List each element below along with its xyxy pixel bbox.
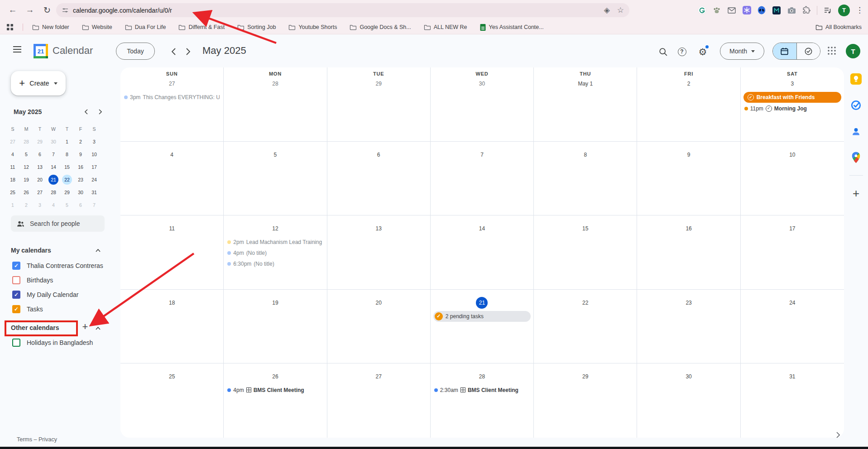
search-icon[interactable] (657, 46, 668, 57)
mini-cal-day[interactable]: 16 (74, 161, 87, 173)
date-number[interactable]: 29 (373, 78, 384, 90)
mini-cal-day[interactable]: 18 (6, 173, 19, 186)
google-apps-icon[interactable] (827, 46, 836, 57)
calendar-list-item[interactable]: ✓My Daily Calendar (0, 287, 120, 302)
day-cell[interactable]: 11 (120, 215, 224, 290)
calendar-list-item[interactable]: ✓Thalia Contreras Contreras (0, 258, 120, 273)
date-number[interactable]: 30 (683, 371, 695, 382)
date-number[interactable]: 3 (786, 78, 798, 90)
bookmark-item[interactable]: New folder (32, 24, 69, 30)
bookmark-star-icon[interactable]: ☆ (617, 5, 624, 15)
mini-cal-day[interactable]: 17 (87, 161, 101, 173)
bookmarks-apps-icon[interactable] (6, 24, 14, 31)
date-number[interactable]: 5 (269, 149, 281, 161)
camera-icon[interactable] (787, 6, 796, 15)
forward-icon[interactable]: → (24, 4, 36, 16)
day-cell[interactable]: TUE29 (327, 67, 431, 142)
other-calendars-header[interactable]: Other calendars (11, 324, 59, 331)
reload-icon[interactable]: ↻ (41, 4, 53, 16)
bookmark-item[interactable]: Youtube Shorts (288, 24, 337, 30)
date-number[interactable]: 25 (166, 371, 178, 382)
day-cell[interactable]: 15 (534, 215, 637, 290)
settings-gear-icon[interactable]: ⚙ (697, 46, 708, 57)
date-number[interactable]: 4 (166, 149, 178, 161)
today-button[interactable]: Today (116, 43, 155, 60)
bookmark-item[interactable]: Sorting Job (237, 24, 276, 30)
alien-icon[interactable] (757, 6, 766, 15)
view-selector-dropdown[interactable]: Month (720, 43, 764, 60)
url-text[interactable]: calendar.google.com/calendar/u/0/r (73, 7, 172, 14)
mini-cal-day[interactable]: 29 (60, 186, 74, 199)
tasks-icon[interactable] (850, 99, 862, 111)
day-cell[interactable]: 27 (327, 363, 431, 438)
unchecked-checkbox[interactable] (12, 339, 20, 347)
mini-cal-day[interactable]: 4 (47, 199, 60, 211)
day-cell[interactable]: 13 (327, 215, 431, 290)
reader-mode-icon[interactable]: ◈ (604, 5, 610, 15)
day-cell[interactable]: 6 (327, 142, 431, 216)
date-number[interactable]: 28 (269, 78, 281, 90)
date-number[interactable]: 31 (786, 371, 798, 382)
date-number[interactable]: May 1 (576, 78, 595, 90)
day-cell[interactable]: 16 (637, 215, 740, 290)
mini-cal-day[interactable]: 28 (19, 135, 33, 148)
grammarly-icon[interactable] (697, 6, 706, 15)
date-number[interactable]: 20 (373, 297, 384, 309)
mini-cal-day[interactable]: 9 (74, 148, 87, 161)
date-number[interactable]: 8 (580, 149, 591, 161)
day-cell[interactable]: 4 (120, 142, 224, 216)
date-number[interactable]: 28 (476, 371, 488, 382)
mini-cal-day[interactable]: 7 (87, 199, 101, 211)
checked-checkbox[interactable]: ✓ (12, 291, 20, 299)
date-number[interactable]: 23 (683, 297, 695, 309)
bookmark-item[interactable]: Website (82, 24, 112, 30)
date-number[interactable]: 15 (580, 223, 591, 234)
day-cell[interactable]: SAT3✓Breakfast with Friends11pm✓Morning … (741, 67, 844, 142)
mini-cal-next-icon[interactable] (96, 107, 105, 116)
day-cell[interactable]: FRI2 (637, 67, 740, 142)
calendar-list-item[interactable]: Holidays in Bangladesh (0, 335, 120, 350)
mini-cal-day[interactable]: 26 (19, 186, 33, 199)
m-badge-icon[interactable] (772, 6, 781, 15)
checked-checkbox[interactable]: ✓ (12, 305, 20, 313)
date-number[interactable]: 6 (373, 149, 384, 161)
mini-cal-day[interactable]: 6 (74, 199, 87, 211)
day-cell[interactable]: 22 (534, 290, 637, 364)
snowflake-icon[interactable] (742, 6, 751, 15)
date-number[interactable]: 27 (166, 78, 178, 90)
bookmark-item[interactable]: Yes Assistant Conte... (480, 24, 544, 31)
bookmark-item[interactable]: ALL NEW Re (424, 24, 467, 30)
event-item[interactable]: 11pm✓Morning Jog (744, 103, 840, 114)
help-icon[interactable]: ? (676, 46, 687, 57)
day-cell[interactable]: 21✓2 pending tasks (431, 290, 534, 364)
mini-cal-day[interactable]: 15 (60, 161, 74, 173)
mini-cal-day[interactable]: 2 (19, 199, 33, 211)
terms-privacy-links[interactable]: Terms – Privacy (17, 436, 57, 443)
mini-cal-day[interactable]: 25 (6, 186, 19, 199)
day-cell[interactable]: 23 (637, 290, 740, 364)
mini-cal-day[interactable]: 7 (47, 148, 60, 161)
day-cell[interactable]: SUN273pmThis Changes EVERYTHING: U (120, 67, 224, 142)
bookmark-item[interactable]: Dua For Life (125, 24, 166, 30)
mini-cal-day[interactable]: 12 (19, 161, 33, 173)
mini-cal-day[interactable]: 27 (33, 186, 47, 199)
day-cell[interactable]: 25 (120, 363, 224, 438)
mini-cal-day[interactable]: 3 (87, 135, 101, 148)
mini-cal-day[interactable]: 14 (47, 161, 60, 173)
event-item[interactable]: 2:30amBMS Client Meeting (434, 385, 530, 395)
prev-month-icon[interactable] (168, 47, 178, 57)
create-button[interactable]: + Create (11, 71, 66, 96)
mini-cal-day[interactable]: 31 (87, 186, 101, 199)
date-number[interactable]: 13 (373, 223, 384, 234)
day-cell[interactable]: THUMay 1 (534, 67, 637, 142)
search-people-field[interactable]: Search for people (11, 215, 105, 232)
mini-cal-day[interactable]: 6 (33, 148, 47, 161)
date-number[interactable]: 30 (476, 78, 488, 90)
day-cell[interactable]: 5 (224, 142, 327, 216)
date-number[interactable]: 18 (166, 297, 178, 309)
day-cell[interactable]: 31 (741, 363, 844, 438)
bookmark-item[interactable]: Google Docs & Sh... (350, 24, 411, 30)
calendar-list-item[interactable]: ✓Tasks (0, 302, 120, 316)
unchecked-checkbox[interactable] (12, 276, 20, 284)
all-bookmarks-button[interactable]: All Bookmarks (815, 24, 862, 30)
